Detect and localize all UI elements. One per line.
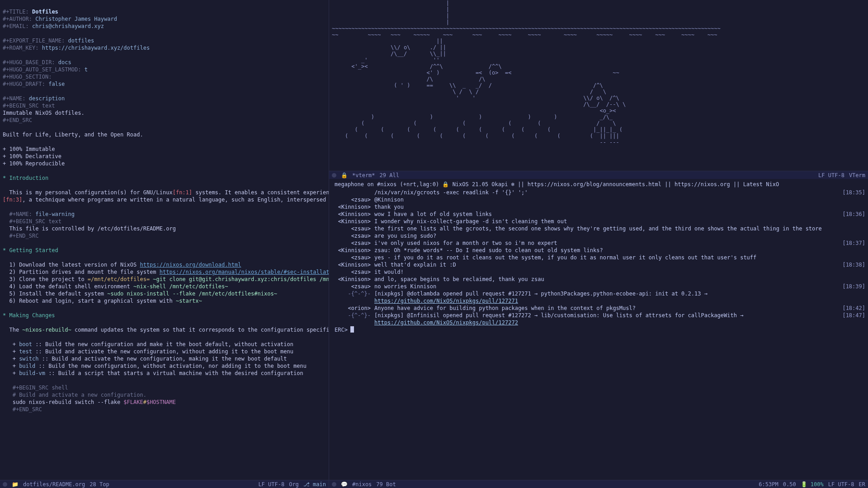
- erc-nick: <zsau>: [332, 196, 373, 203]
- encoding: LF UTF-8: [258, 481, 284, 488]
- erc-prompt: ERC>: [335, 326, 350, 333]
- cursor: [350, 326, 354, 333]
- erc-nick: <zsau>: [332, 283, 373, 290]
- erc-topic: megaphone on #nixos (+nrt,lag:0) 🔒 NixOS…: [332, 180, 865, 189]
- erc-text: [nixpkgs] @Infinisil opened pull request…: [373, 312, 834, 326]
- channel-name: #nixos: [352, 481, 372, 488]
- clock: 6:53PM: [759, 481, 778, 488]
- editor-modeline: 📁 dotfiles/README.org 28 Top LF UTF-8 Or…: [0, 480, 329, 488]
- erc-text: thank you: [373, 203, 834, 211]
- heading-getting-started: * Getting Started: [3, 247, 58, 253]
- vcs-branch: ⎇ main: [303, 481, 326, 488]
- erc-nick: <orion>: [332, 305, 373, 312]
- erc-text: yes - if you do it as root it cleans out…: [373, 254, 834, 261]
- erc-input-row[interactable]: ERC>: [332, 326, 865, 333]
- erc-text: wow I have a lot of old system links: [373, 211, 834, 218]
- erc-text: Anyone have advice for building python p…: [373, 305, 834, 312]
- position: 79 Bot: [376, 481, 396, 488]
- heading-intro: * Introduction: [3, 175, 48, 181]
- erc-text: i've only used nixos for a month or two …: [373, 239, 834, 247]
- buffer-name: dotfiles/README.org: [23, 481, 85, 488]
- erc-link[interactable]: https://github.com/NixOS/nixpkgs/pull/12…: [374, 298, 518, 304]
- erc-timestamp: [18:39]: [834, 283, 865, 290]
- erc-nick: <Kinnison>: [332, 247, 373, 254]
- lock-icon: 🔒: [341, 172, 348, 179]
- erc-message: <Kinnison>thank you: [332, 203, 865, 211]
- major-mode: ER: [859, 481, 865, 488]
- erc-timestamp: [18:36]: [834, 211, 865, 218]
- erc-nick: <Kinnison>: [332, 218, 373, 225]
- buffer-name: *vterm*: [352, 172, 375, 179]
- erc-nick: <Kinnison>: [332, 211, 373, 218]
- erc-timestamp: [834, 203, 865, 211]
- erc-link[interactable]: https://github.com/NixOS/nixpkgs/pull/12…: [374, 319, 518, 326]
- erc-text: and lo, space begins to be reclaimed, th…: [373, 276, 834, 283]
- erc-timestamp: [18:37]: [834, 239, 865, 247]
- heading-making-changes: * Making Changes: [3, 312, 55, 319]
- erc-message: <zsau>yes - if you do it as root it clea…: [332, 254, 865, 261]
- erc-message: <zsau>it would!: [332, 268, 865, 276]
- erc-timestamp: [834, 268, 865, 276]
- erc-message: <zsau>are you using sudo?: [332, 232, 865, 239]
- major-mode: Org: [289, 481, 299, 488]
- erc-nick: <zsau>: [332, 239, 373, 247]
- erc-nick: <zsau>: [332, 225, 373, 232]
- erc-timestamp: [834, 254, 865, 261]
- erc-text: I wonder why nix-collect-garbage -d isn'…: [373, 218, 834, 225]
- erc-timestamp: [834, 247, 865, 254]
- erc-message: <zsau>no worries Kinnison[18:39]: [332, 283, 865, 290]
- erc-timestamp: [834, 232, 865, 239]
- erc-modeline: 💬 #nixos 79 Bot 6:53PM 0.50 🔋 100% LF UT…: [329, 480, 868, 488]
- erc-nick: <zsau>: [332, 268, 373, 276]
- position: 28 Top: [90, 481, 109, 488]
- erc-nick: -{^-^}-: [332, 290, 373, 305]
- erc-text: are you using sudo?: [373, 232, 834, 239]
- modified-indicator: [3, 482, 7, 487]
- manual-link[interactable]: https://nixos.org/manual/nixos/stable/#s…: [160, 269, 329, 275]
- erc-text: well that'd explain it :D: [373, 261, 834, 268]
- vterm-pane[interactable]: | | | | ~~~~~~~~~~~~~~~~~~~~~~~~~~~~~~~~…: [329, 0, 868, 171]
- erc-message: -{^-^}-[nixpkgs] @dotlambda opened pull …: [332, 290, 865, 305]
- chat-icon: 💬: [341, 481, 348, 488]
- position: 29 All: [380, 172, 399, 179]
- erc-message: <Kinnison>well that'd explain it :D[18:3…: [332, 261, 865, 268]
- erc-message: <Kinnison>zsau: Oh *rude words* -- Do I …: [332, 247, 865, 254]
- folder-icon: 📁: [12, 481, 19, 488]
- erc-nick: <zsau>: [332, 232, 373, 239]
- editor-pane[interactable]: #+TITLE: Dotfiles #+AUTHOR: Christopher …: [0, 0, 329, 480]
- erc-message: <zsau>@Kinnison: [332, 196, 865, 203]
- erc-message: <zsau>i've only used nixos for a month o…: [332, 239, 865, 247]
- erc-message: <zsau>the first one lists all the gcroot…: [332, 225, 865, 232]
- erc-pane[interactable]: megaphone on #nixos (+nrt,lag:0) 🔒 NixOS…: [329, 179, 868, 480]
- erc-message: <Kinnison>wow I have a lot of old system…: [332, 211, 865, 218]
- vterm-modeline: 🔒 *vterm* 29 All LF UTF-8 VTerm: [329, 171, 868, 179]
- erc-nick: <zsau>: [332, 254, 373, 261]
- erc-message: <Kinnison>and lo, space begins to be rec…: [332, 276, 865, 283]
- erc-timestamp: [834, 290, 865, 305]
- erc-timestamp: [18:38]: [834, 261, 865, 268]
- erc-message: <orion>Anyone have advice for building p…: [332, 305, 865, 312]
- load: 0.50: [783, 481, 796, 488]
- tagline: Built for Life, Liberty, and the Open Ro…: [3, 131, 143, 138]
- erc-timestamp: [834, 276, 865, 283]
- battery-icon: 🔋 100%: [801, 481, 824, 488]
- erc-nick: <Kinnison>: [332, 261, 373, 268]
- erc-timestamp: [834, 196, 865, 203]
- erc-timestamp: [18:42]: [834, 305, 865, 312]
- erc-text: [nixpkgs] @dotlambda opened pull request…: [373, 290, 834, 305]
- erc-text: the first one lists all the gcroots, the…: [373, 225, 834, 232]
- major-mode: VTerm: [849, 172, 865, 179]
- erc-text: zsau: Oh *rude words* -- Do I need sudo …: [373, 247, 834, 254]
- erc-text: @Kinnison: [373, 196, 834, 203]
- org-title: Dotfiles: [32, 9, 58, 15]
- erc-timestamp: [834, 218, 865, 225]
- org-kw: #+TITLE:: [3, 9, 29, 15]
- erc-timestamp: [834, 225, 865, 232]
- erc-nick: <Kinnison>: [332, 203, 373, 211]
- erc-text: it would!: [373, 268, 834, 276]
- erc-message: <Kinnison>I wonder why nix-collect-garba…: [332, 218, 865, 225]
- download-link[interactable]: https://nixos.org/download.html: [140, 262, 241, 268]
- erc-message: -{^-^}-[nixpkgs] @Infinisil opened pull …: [332, 312, 865, 326]
- erc-nick: -{^-^}-: [332, 312, 373, 326]
- erc-text: no worries Kinnison: [373, 283, 834, 290]
